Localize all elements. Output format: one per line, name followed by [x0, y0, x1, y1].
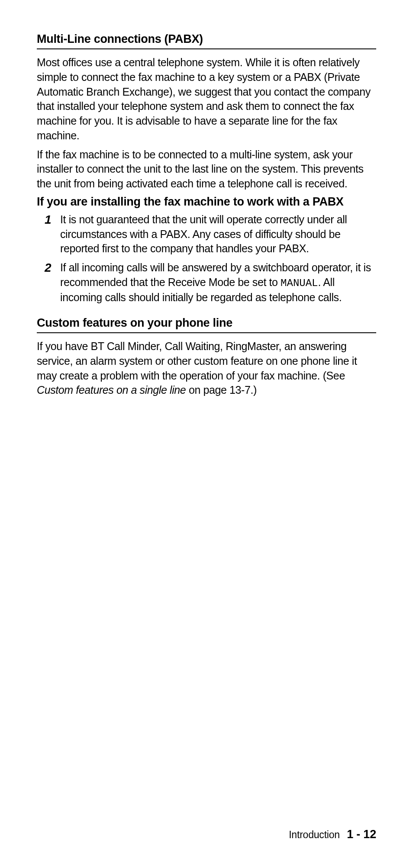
section-heading-custom-features: Custom features on your phone line — [37, 316, 376, 333]
subsection-heading-install-pabx: If you are installing the fax machine to… — [37, 196, 376, 208]
body-paragraph: Most offices use a central telephone sys… — [37, 55, 376, 143]
list-number: 1 — [37, 212, 60, 227]
numbered-list-item: 1 It is not guaranteed that the unit wil… — [37, 212, 376, 256]
body-paragraph: If the fax machine is to be connected to… — [37, 148, 376, 191]
cross-reference: Custom features on a single line — [37, 384, 186, 396]
numbered-list-item: 2 If all incoming calls will be answered… — [37, 260, 376, 305]
section-heading-pabx: Multi-Line connections (PABX) — [37, 32, 376, 49]
paragraph-text-post: on page 13-7.) — [186, 384, 257, 396]
list-item-text: It is not guaranteed that the unit will … — [60, 212, 376, 256]
paragraph-text-pre: If you have BT Call Minder, Call Waiting… — [37, 340, 357, 382]
list-number: 2 — [37, 260, 60, 275]
page-footer: Introduction 1 - 12 — [289, 828, 376, 841]
footer-section-name: Introduction — [289, 829, 340, 840]
footer-page-number: 1 - 12 — [347, 828, 376, 841]
list-item-text: If all incoming calls will be answered b… — [60, 260, 376, 305]
manual-mode-literal: MANUAL — [281, 277, 318, 289]
body-paragraph: If you have BT Call Minder, Call Waiting… — [37, 339, 376, 398]
